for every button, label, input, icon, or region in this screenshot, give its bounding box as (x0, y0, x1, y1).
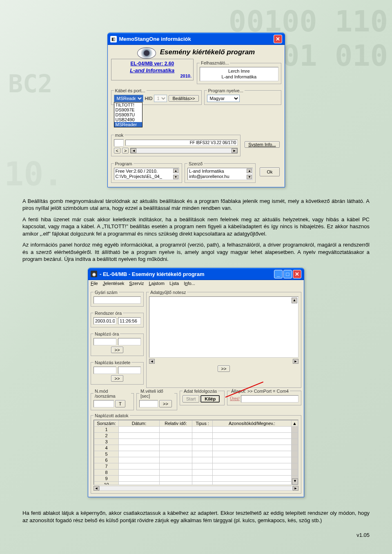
version-box: EL-04/MB ver: 2.60 L-and Informatika 201… (111, 59, 194, 80)
table-row[interactable]: 4 (94, 445, 298, 451)
naplkezd-dbl-button[interactable]: >> (111, 375, 124, 382)
rendszer-fieldset: Rendszer óra (91, 311, 144, 327)
dd-tiltott[interactable]: TILTOTT! (114, 102, 142, 107)
drivers-prev[interactable]: < (114, 148, 120, 154)
menu-info[interactable]: Info... (184, 281, 195, 286)
table-row[interactable]: 2 (94, 432, 298, 438)
naplozo-date[interactable] (94, 338, 116, 345)
main-window: ◉ - EL-04/MB - Esemény kiértékelő progra… (88, 268, 304, 497)
naplozo-fieldset: Naplózó óra >> (91, 332, 144, 356)
ok-button[interactable]: Ok (260, 167, 279, 176)
notes-textarea[interactable]: ▲ (149, 296, 298, 358)
drivers-fieldset: mok FF IBFS32 V3.22 06/17/0 < > ◄ ► (111, 133, 241, 156)
close-button[interactable]: ✕ (293, 270, 301, 278)
hscroll-right-icon[interactable]: ► (293, 486, 298, 491)
col-sorszam[interactable]: Sorszám: (94, 420, 119, 426)
table-row[interactable]: 5 (94, 451, 298, 457)
naplkezd-date[interactable] (94, 367, 116, 374)
naplozo-time[interactable] (118, 338, 141, 345)
scroll-up-icon[interactable]: ▲ (247, 169, 252, 173)
paragraph-1: A Beállítás gomb megnyomásával tárolódna… (22, 198, 370, 212)
nmod-input[interactable] (94, 400, 114, 407)
table-row[interactable]: 6 (94, 457, 298, 463)
notes-legend: Adatgyűjtő notesz (149, 290, 187, 295)
gyari-input[interactable] (94, 296, 141, 304)
sb-left-icon[interactable]: ◄ (131, 148, 136, 153)
nmod-fieldset: N.mód /sorszáma T (91, 389, 134, 410)
scroll-down-icon[interactable]: ▼ (247, 175, 252, 179)
naplkezd-time[interactable] (118, 367, 141, 374)
dd-ds9097u[interactable]: DS9097U (114, 112, 142, 117)
scroll-down-icon[interactable]: ▼ (292, 478, 298, 485)
table-row[interactable]: 1 (94, 426, 298, 432)
scroll-down-icon[interactable]: ▼ (173, 175, 178, 179)
program-fieldset: Program Free Ver:2.60 / 2010. C:\Vb_Proj… (111, 161, 182, 183)
menu-lajstom[interactable]: Lajstom (149, 281, 165, 286)
drivers-idx[interactable] (114, 139, 124, 147)
adatfel-fieldset: Adat feldolgozás Start Kilép (180, 389, 225, 405)
lang-combo[interactable]: Magyar (207, 95, 240, 102)
mvetel-fieldset: M.vételi idő [sec] >> (136, 389, 177, 410)
hid-combo[interactable]: 1 (154, 95, 167, 102)
user-box: Lerch Imre L-and Informatika (200, 67, 278, 81)
menu-jelentesek[interactable]: Jelentések (103, 281, 125, 286)
cable-dropdown-list[interactable]: TILTOTT! DS9097E DS9097U USB2490 MSReade… (114, 102, 143, 127)
ures-label: Üres! (230, 396, 240, 401)
author-fieldset: Szerző L-and Informatika info@jarorellen… (185, 161, 256, 183)
sb-right-icon[interactable]: ► (232, 148, 237, 153)
dd-msreader[interactable]: MSReader (114, 122, 142, 127)
cable-legend: Kábel és port... (114, 88, 147, 93)
sysinfo-button[interactable]: System Info... (245, 141, 279, 148)
close-button[interactable]: ✕ (274, 35, 282, 43)
mvetel-input[interactable] (139, 400, 158, 407)
dd-ds9097e[interactable]: DS9097E (114, 107, 142, 112)
hid-label: HID (145, 96, 153, 101)
table-row[interactable]: 9 (94, 475, 298, 481)
titlebar: ◉ - EL-04/MB - Esemény kiértékelő progra… (88, 268, 304, 280)
hscroll-left-icon[interactable]: ◄ (94, 486, 99, 491)
notes-dbl-button[interactable]: >> (218, 365, 230, 372)
menu-lista[interactable]: Lista (169, 281, 179, 286)
rendszer-time[interactable] (118, 317, 141, 325)
data-table[interactable]: Sorszám: Dátum: Relativ idő: Tipus : Azo… (94, 420, 298, 485)
naplozo-dbl-button[interactable]: >> (111, 347, 124, 353)
paragraph-2: A fenti hiba üzenet már csak akkor kelet… (22, 216, 370, 238)
t-button[interactable]: T (115, 400, 125, 407)
col-datum[interactable]: Dátum: (119, 420, 160, 426)
settings-button[interactable]: Beállítás>> (169, 95, 198, 102)
mvetel-dbl-button[interactable]: >> (159, 400, 172, 407)
adatfel-legend: Adat feldolgozás (183, 389, 218, 394)
scroll-up-icon[interactable]: ▲ (173, 169, 178, 173)
menu-szerviz[interactable]: Szerviz (129, 281, 144, 286)
kilep-button[interactable]: Kilép (200, 395, 220, 403)
allapot-input[interactable] (241, 395, 298, 403)
col-scroll[interactable]: ▲ (292, 420, 298, 426)
sb-right-icon[interactable]: ► (293, 359, 298, 364)
dd-usb2490[interactable]: USB2490 (114, 117, 142, 122)
menu-file[interactable]: File (91, 281, 98, 286)
scroll-up-icon[interactable]: ▲ (292, 298, 297, 303)
table-row[interactable]: 10 (94, 481, 298, 485)
col-azon[interactable]: Azonosítókód/Megnev.: (213, 420, 292, 426)
col-relativ[interactable]: Relativ idő: (160, 420, 192, 426)
table-row[interactable]: 7 (94, 463, 298, 469)
author-box: L-and Informatika info@jarorellenor.hu ▲… (187, 168, 253, 180)
window-title: - EL-04/MB - Esemény kiértékelő program (100, 271, 204, 277)
sb-left-icon[interactable]: ◄ (149, 359, 155, 364)
titlebar: ◧ MemoStangOne információk ✕ (108, 33, 285, 45)
mvetel-legend: M.vételi idő [sec] (139, 389, 174, 398)
rendszer-date[interactable] (94, 317, 116, 325)
eye-icon (137, 47, 156, 59)
col-tipus[interactable]: Tipus : (192, 420, 213, 426)
user-fieldset: Felhasználó... Lerch Imre L-and Informat… (197, 60, 281, 84)
start-button[interactable]: Start (183, 395, 199, 403)
cable-combo[interactable]: MSReader (114, 95, 143, 102)
minimize-button[interactable]: _ (274, 270, 283, 278)
table-row[interactable]: 8 (94, 469, 298, 475)
table-row[interactable]: 3 (94, 438, 298, 445)
drivers-legend: mok (114, 133, 125, 138)
drivers-next[interactable]: > (122, 148, 129, 154)
cable-fieldset: Kábel és port... MSReader TILTOTT! DS909… (111, 88, 202, 105)
user-name: Lerch Imre (203, 68, 276, 74)
maximize-button[interactable]: □ (283, 270, 292, 278)
